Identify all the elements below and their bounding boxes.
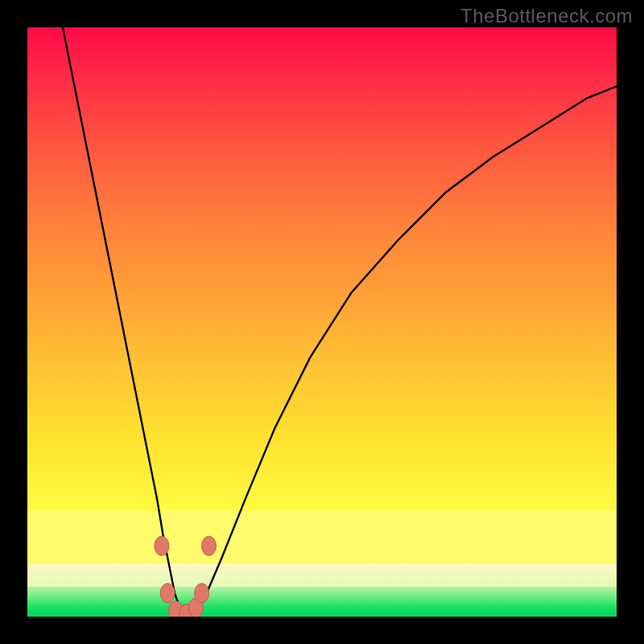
bottleneck-curve — [63, 27, 617, 617]
curve-marker — [155, 536, 169, 555]
curve-marker — [195, 584, 209, 603]
watermark-text: TheBottleneck.com — [460, 5, 633, 27]
curve-markers — [155, 536, 217, 617]
plot-area — [27, 27, 617, 617]
curve-marker — [160, 584, 175, 603]
chart-frame: TheBottleneck.com — [0, 0, 644, 644]
curve-marker — [201, 536, 216, 555]
curve-layer — [27, 27, 617, 617]
